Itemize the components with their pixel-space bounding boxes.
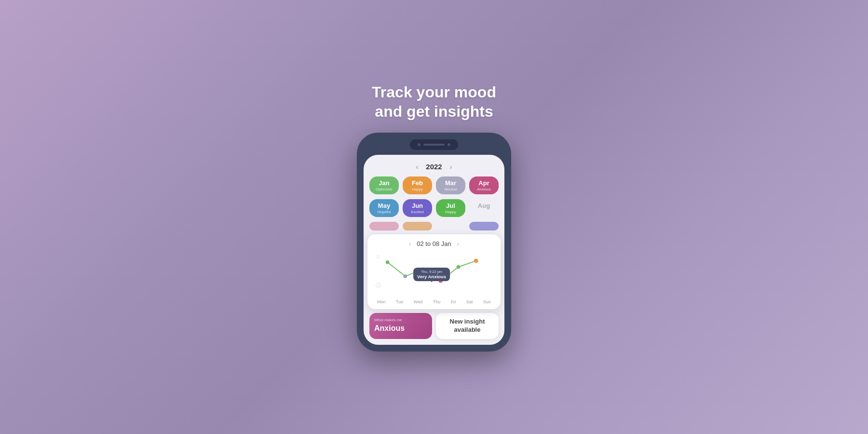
dot-fri [457, 265, 461, 269]
week-prev-arrow[interactable]: ‹ [409, 240, 411, 247]
month-partial3 [436, 222, 465, 231]
anxious-insight-card[interactable]: What makes me Anxious [369, 313, 432, 339]
year-label: 2022 [426, 163, 442, 171]
month-apr[interactable]: Apr Anxious [469, 176, 499, 194]
month-grid-row1: Jan Optimistic Feb Happy Mar Neutral Apr… [369, 176, 499, 194]
phone-notch [410, 139, 458, 150]
phone-screen: ‹ 2022 › Jan Optimistic Feb Happy Mar Ne… [364, 155, 504, 345]
month-jan[interactable]: Jan Optimistic [369, 176, 399, 194]
center-column: Track your mood and get insights ‹ 2022 … [352, 82, 516, 352]
tooltip-time: Thu, 9:22 pm [417, 270, 446, 274]
weekly-chart-card: ‹ 02 to 08 Jan › ☺ ☹ [367, 234, 501, 309]
year-prev-arrow[interactable]: ‹ [416, 163, 419, 171]
sad-icon: ☹ [375, 282, 381, 289]
week-navigation: ‹ 02 to 08 Jan › [374, 240, 494, 247]
anxious-card-title: Anxious [374, 324, 427, 333]
chart-tooltip: Thu, 9:22 pm Very Anxious [413, 268, 450, 281]
dot-sat [474, 259, 478, 263]
anxious-card-label: What makes me [374, 318, 427, 322]
headline: Track your mood and get insights [372, 82, 496, 121]
month-jul[interactable]: Jul Happy [436, 199, 465, 217]
dot-mon [386, 260, 390, 264]
month-aug[interactable]: Aug [469, 199, 499, 217]
year-navigation: ‹ 2022 › [369, 163, 499, 171]
month-feb[interactable]: Feb Happy [403, 176, 432, 194]
notch-dot2 [448, 143, 450, 146]
day-tue: Tue [396, 299, 403, 304]
happy-icon: ☺ [375, 253, 381, 260]
notch-dot [418, 143, 420, 146]
month-grid-row2: May Hopeful Jun Excited Jul Happy Aug [369, 199, 499, 217]
month-partial2[interactable] [403, 222, 432, 231]
dot-tue [403, 274, 407, 278]
day-sun: Sun [483, 299, 491, 304]
notch-bar [423, 144, 445, 146]
month-jun[interactable]: Jun Excited [403, 199, 432, 217]
day-wed: Wed [414, 299, 422, 304]
phone-shell: ‹ 2022 › Jan Optimistic Feb Happy Mar Ne… [357, 133, 511, 352]
month-partial1[interactable] [369, 222, 399, 231]
chart-days-row: Mon Tue Wed Thu Fri Sat Sun [374, 299, 494, 304]
day-thu: Thu [433, 299, 441, 304]
month-dec[interactable] [469, 222, 499, 231]
insight-row: What makes me Anxious New insight availa… [369, 313, 499, 339]
day-sat: Sat [466, 299, 473, 304]
day-fri: Fri [451, 299, 456, 304]
new-insight-card[interactable]: New insight available [436, 313, 499, 339]
day-mon: Mon [377, 299, 386, 304]
new-insight-text: New insight available [441, 318, 494, 334]
tooltip-mood: Very Anxious [417, 274, 446, 279]
mood-chart: ☺ ☹ [374, 252, 494, 296]
month-grid-row3 [369, 222, 499, 231]
week-label: 02 to 08 Jan [417, 240, 451, 247]
year-next-arrow[interactable]: › [450, 163, 452, 171]
month-may[interactable]: May Hopeful [369, 199, 399, 217]
month-mar[interactable]: Mar Neutral [436, 176, 465, 194]
week-next-arrow[interactable]: › [457, 240, 459, 247]
